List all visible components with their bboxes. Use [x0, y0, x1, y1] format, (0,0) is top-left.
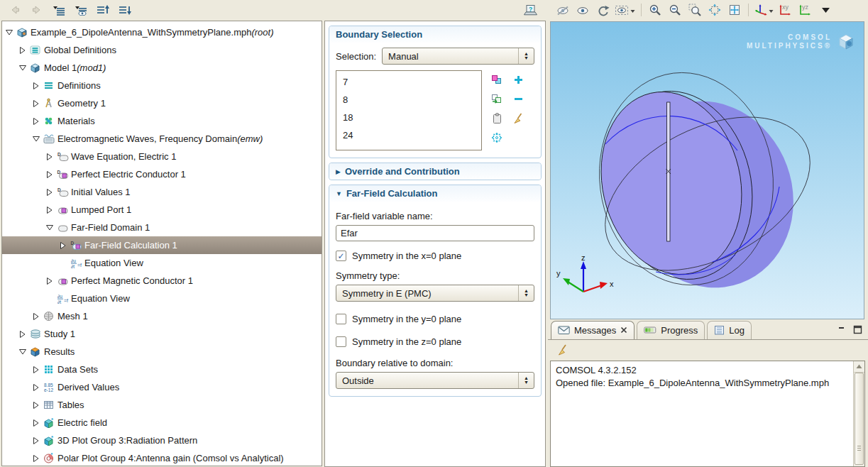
selection-list-value[interactable]: 18 [343, 109, 475, 126]
expander-collapsed-icon[interactable] [32, 99, 43, 108]
expander-expanded-icon[interactable] [32, 135, 43, 143]
expander-collapsed-icon[interactable] [32, 312, 43, 321]
go-to-yz-view-button[interactable]: yz [798, 2, 813, 18]
tree-item[interactable]: ∂u∂t=fEquation View [2, 290, 322, 307]
toolbar-overflow-button[interactable] [818, 2, 833, 18]
boundary-relative-combo[interactable]: Outside ▲▼ [336, 372, 534, 389]
tab-log[interactable]: Log [707, 321, 752, 339]
tree-item[interactable]: Model 1 (mod1) [2, 59, 322, 77]
expander-collapsed-icon[interactable] [45, 206, 57, 214]
expander-collapsed-icon[interactable] [32, 366, 43, 374]
tree-item[interactable]: Results [2, 343, 322, 361]
clear-messages-button[interactable] [555, 342, 571, 358]
expander-collapsed-icon[interactable] [45, 170, 57, 179]
expander-collapsed-icon[interactable] [45, 277, 57, 285]
refresh-view-button[interactable] [595, 2, 610, 18]
scene-light-options-button[interactable] [615, 2, 635, 18]
boundary-selection-list[interactable]: 781824 [336, 70, 482, 150]
nav-forward-button[interactable] [29, 2, 45, 18]
tree-item[interactable]: Study 1 [2, 325, 322, 343]
tree-item[interactable]: DWave Equation, Electric 1 [2, 148, 322, 165]
remove-from-selection-button[interactable] [510, 92, 526, 107]
tree-item[interactable]: Example_6_DipoleAntenna_WithSymmetryPlan… [2, 23, 322, 41]
copy-selection-button[interactable] [489, 111, 505, 126]
tree-item[interactable]: *Electric field [2, 414, 322, 432]
expander-expanded-icon[interactable] [18, 64, 30, 72]
collapse-all-button[interactable] [51, 2, 67, 18]
expander-collapsed-icon[interactable] [18, 330, 30, 339]
tree-item[interactable]: Tables [2, 396, 322, 414]
symmetry-z-checkbox[interactable] [336, 336, 346, 347]
tree-item[interactable]: Materials [2, 112, 322, 130]
close-icon[interactable] [620, 326, 627, 334]
tree-item[interactable]: DInitial Values 1 [2, 183, 322, 201]
hide-objects-button[interactable] [555, 2, 571, 18]
symmetry-type-combo[interactable]: Symmetry in E (PMC) ▲▼ [336, 285, 534, 302]
go-to-xy-view-button[interactable]: xy [778, 2, 793, 18]
expander-collapsed-icon[interactable] [32, 454, 43, 463]
default-3d-view-button[interactable] [754, 2, 774, 18]
tree-item[interactable]: Electromagnetic Waves, Frequency Domain … [2, 130, 322, 148]
zoom-selected-view-button[interactable] [727, 2, 742, 18]
expander-collapsed-icon[interactable] [32, 401, 43, 410]
nav-back-button[interactable] [7, 2, 23, 18]
tree-item[interactable]: DPerfect Electric Conductor 1 [2, 165, 322, 183]
expander-collapsed-icon[interactable] [32, 419, 43, 427]
tree-item[interactable]: 8.85e-12Derived Values [2, 378, 322, 396]
tree-item[interactable]: Far-Field Domain 1 [2, 219, 322, 236]
zoom-out-button[interactable] [667, 2, 683, 18]
expander-collapsed-icon[interactable] [18, 46, 30, 55]
expander-collapsed-icon[interactable] [32, 117, 43, 126]
graphics-canvas[interactable]: COMSOL MULTIPHYSICS® z x y [550, 21, 864, 319]
scroll-up-icon[interactable] [854, 361, 864, 373]
show-objects-button[interactable] [575, 2, 590, 18]
zoom-to-selection-button[interactable] [489, 130, 505, 145]
tree-item[interactable]: Data Sets [2, 361, 322, 378]
tree-item[interactable]: *Polar Plot Group 4:Antenna gain (Comsol… [2, 449, 322, 466]
show-options-button[interactable] [73, 2, 89, 18]
tree-item[interactable]: *3D Plot Group 3:Radiation Pattern [2, 432, 322, 449]
symmetry-x-checkbox[interactable]: ✓ [336, 251, 346, 261]
selection-list-value[interactable]: 8 [343, 91, 475, 109]
expander-expanded-icon[interactable] [5, 28, 16, 36]
symmetry-y-checkbox[interactable] [336, 314, 346, 324]
help-button[interactable]: ? [522, 2, 538, 18]
expander-collapsed-icon[interactable] [32, 436, 43, 445]
expander-expanded-icon[interactable] [18, 348, 30, 356]
add-to-selection-button[interactable] [510, 72, 526, 88]
tree-item[interactable]: ∂u∂t=fEquation View [2, 254, 322, 272]
move-up-button[interactable] [95, 2, 111, 18]
tree-item-selected[interactable]: DFar-Field Calculation 1 [2, 236, 322, 254]
activate-selection-button[interactable] [489, 72, 505, 88]
expander-expanded-icon[interactable] [45, 224, 57, 231]
override-section-header[interactable]: ▶ Override and Contribution [329, 163, 541, 180]
minimize-view-button[interactable] [837, 324, 847, 334]
tree-item[interactable]: Definitions [2, 77, 322, 94]
selection-list-value[interactable]: 24 [343, 126, 475, 144]
console-scrollbar[interactable] [853, 361, 864, 466]
expander-collapsed-icon[interactable] [32, 383, 43, 392]
expander-collapsed-icon[interactable] [32, 82, 43, 90]
zoom-box-button[interactable] [687, 2, 703, 18]
maximize-view-button[interactable] [852, 324, 862, 334]
tab-progress[interactable]: Progress [637, 321, 705, 339]
paste-selection-button[interactable] [489, 92, 505, 107]
tree-item[interactable]: Geometry 1 [2, 94, 322, 112]
move-down-button[interactable] [117, 2, 133, 18]
tree-item[interactable]: Mesh 1 [2, 307, 322, 325]
expander-collapsed-icon[interactable] [45, 153, 57, 161]
expander-collapsed-icon[interactable] [45, 188, 57, 197]
tree-item[interactable]: Global Definitions [2, 41, 322, 59]
zoom-in-button[interactable] [647, 2, 663, 18]
scrollbar-thumb[interactable] [855, 373, 864, 465]
selection-mode-combo[interactable]: Manual ▲▼ [382, 48, 534, 65]
far-field-variable-input[interactable] [336, 225, 534, 241]
clear-selection-button[interactable] [510, 111, 526, 126]
zoom-extents-button[interactable] [707, 2, 723, 18]
selection-list-value[interactable]: 7 [343, 73, 475, 91]
tree-item[interactable]: Perfect Magnetic Conductor 1 [2, 272, 322, 290]
tree-item[interactable]: Lumped Port 1 [2, 201, 322, 219]
far-field-section-header[interactable]: ▼ Far-Field Calculation [329, 185, 541, 202]
expander-collapsed-icon[interactable] [59, 241, 70, 250]
tab-messages[interactable]: Messages [551, 321, 634, 339]
